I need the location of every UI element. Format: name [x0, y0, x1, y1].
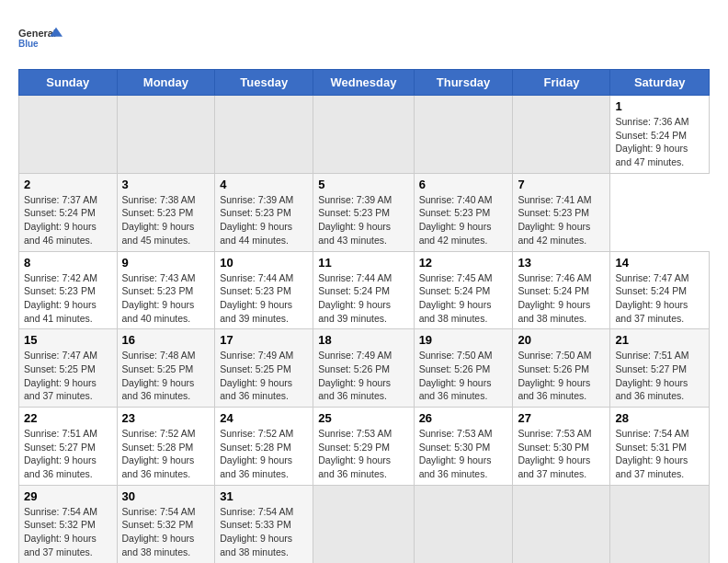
calendar-cell: 27 Sunrise: 7:53 AMSunset: 5:30 PMDaylig…	[513, 408, 610, 486]
day-number: 28	[615, 411, 704, 425]
calendar-cell	[215, 96, 313, 174]
day-number: 3	[122, 178, 210, 191]
day-number: 9	[122, 256, 210, 270]
calendar-cell: 14 Sunrise: 7:47 AMSunset: 5:24 PMDaylig…	[610, 251, 710, 329]
day-info: Sunrise: 7:53 AMSunset: 5:30 PMDaylight:…	[518, 427, 605, 481]
day-number: 4	[220, 178, 308, 191]
day-number: 25	[318, 411, 408, 425]
calendar-cell: 11 Sunrise: 7:44 AMSunset: 5:24 PMDaylig…	[313, 251, 414, 329]
day-number: 20	[518, 333, 605, 347]
day-info: Sunrise: 7:44 AMSunset: 5:24 PMDaylight:…	[318, 271, 408, 326]
day-number: 29	[24, 489, 112, 503]
day-info: Sunrise: 7:54 AMSunset: 5:32 PMDaylight:…	[122, 505, 210, 559]
day-number: 30	[122, 489, 210, 503]
calendar-cell: 29 Sunrise: 7:54 AMSunset: 5:32 PMDaylig…	[19, 485, 118, 563]
calendar-cell: 28 Sunrise: 7:54 AMSunset: 5:31 PMDaylig…	[610, 408, 710, 486]
calendar-cell	[313, 485, 414, 563]
day-info: Sunrise: 7:52 AMSunset: 5:28 PMDaylight:…	[122, 427, 210, 481]
day-info: Sunrise: 7:53 AMSunset: 5:30 PMDaylight:…	[419, 427, 508, 481]
calendar-cell: 13 Sunrise: 7:46 AMSunset: 5:24 PMDaylig…	[513, 251, 610, 329]
calendar-cell: 23 Sunrise: 7:52 AMSunset: 5:28 PMDaylig…	[117, 408, 215, 486]
day-header-saturday: Saturday	[610, 70, 710, 96]
day-info: Sunrise: 7:50 AMSunset: 5:26 PMDaylight:…	[419, 349, 508, 403]
day-number: 22	[24, 411, 112, 425]
calendar-cell	[513, 485, 610, 563]
day-number: 1	[615, 99, 704, 113]
day-info: Sunrise: 7:47 AMSunset: 5:25 PMDaylight:…	[24, 349, 112, 403]
day-info: Sunrise: 7:46 AMSunset: 5:24 PMDaylight:…	[518, 271, 605, 326]
day-number: 23	[122, 411, 210, 425]
logo: General Blue	[18, 18, 64, 60]
day-number: 24	[220, 411, 308, 425]
day-number: 26	[419, 411, 508, 425]
svg-text:Blue: Blue	[18, 39, 39, 49]
calendar-cell: 22 Sunrise: 7:51 AMSunset: 5:27 PMDaylig…	[19, 408, 118, 486]
day-number: 19	[419, 333, 508, 347]
day-info: Sunrise: 7:42 AMSunset: 5:23 PMDaylight:…	[24, 271, 112, 326]
day-number: 11	[318, 256, 408, 270]
calendar-cell: 16 Sunrise: 7:48 AMSunset: 5:25 PMDaylig…	[117, 329, 215, 408]
day-info: Sunrise: 7:54 AMSunset: 5:33 PMDaylight:…	[220, 505, 308, 559]
calendar-cell: 24 Sunrise: 7:52 AMSunset: 5:28 PMDaylig…	[215, 408, 313, 486]
calendar-cell: 5 Sunrise: 7:39 AMSunset: 5:23 PMDayligh…	[313, 173, 414, 251]
day-number: 14	[615, 256, 704, 270]
calendar-cell: 7 Sunrise: 7:41 AMSunset: 5:23 PMDayligh…	[513, 173, 610, 251]
day-header-wednesday: Wednesday	[313, 70, 414, 96]
day-info: Sunrise: 7:49 AMSunset: 5:25 PMDaylight:…	[220, 349, 308, 403]
calendar-cell: 3 Sunrise: 7:38 AMSunset: 5:23 PMDayligh…	[117, 173, 215, 251]
day-number: 13	[518, 256, 605, 270]
calendar-table: SundayMondayTuesdayWednesdayThursdayFrid…	[18, 69, 710, 563]
calendar-cell: 8 Sunrise: 7:42 AMSunset: 5:23 PMDayligh…	[19, 251, 118, 329]
day-number: 16	[122, 333, 210, 347]
day-header-sunday: Sunday	[19, 70, 118, 96]
day-header-friday: Friday	[513, 70, 610, 96]
day-number: 10	[220, 256, 308, 270]
calendar-week-0: 1 Sunrise: 7:36 AMSunset: 5:24 PMDayligh…	[19, 96, 710, 174]
calendar-cell: 25 Sunrise: 7:53 AMSunset: 5:29 PMDaylig…	[313, 408, 414, 486]
day-info: Sunrise: 7:49 AMSunset: 5:26 PMDaylight:…	[318, 349, 408, 403]
day-header-monday: Monday	[117, 70, 215, 96]
day-info: Sunrise: 7:48 AMSunset: 5:25 PMDaylight:…	[122, 349, 210, 403]
calendar-week-2: 8 Sunrise: 7:42 AMSunset: 5:23 PMDayligh…	[19, 251, 710, 329]
day-number: 8	[24, 256, 112, 270]
day-info: Sunrise: 7:40 AMSunset: 5:23 PMDaylight:…	[419, 193, 508, 247]
day-header-tuesday: Tuesday	[215, 70, 313, 96]
day-number: 12	[419, 256, 508, 270]
calendar-cell: 15 Sunrise: 7:47 AMSunset: 5:25 PMDaylig…	[19, 329, 118, 408]
calendar-cell: 12 Sunrise: 7:45 AMSunset: 5:24 PMDaylig…	[414, 251, 513, 329]
day-info: Sunrise: 7:51 AMSunset: 5:27 PMDaylight:…	[615, 349, 704, 403]
calendar-cell: 26 Sunrise: 7:53 AMSunset: 5:30 PMDaylig…	[414, 408, 513, 486]
calendar-cell: 9 Sunrise: 7:43 AMSunset: 5:23 PMDayligh…	[117, 251, 215, 329]
calendar-cell: 2 Sunrise: 7:37 AMSunset: 5:24 PMDayligh…	[19, 173, 118, 251]
calendar-cell: 10 Sunrise: 7:44 AMSunset: 5:23 PMDaylig…	[215, 251, 313, 329]
day-info: Sunrise: 7:38 AMSunset: 5:23 PMDaylight:…	[122, 193, 210, 247]
calendar-cell	[117, 96, 215, 174]
day-number: 5	[318, 178, 408, 191]
calendar-week-5: 29 Sunrise: 7:54 AMSunset: 5:32 PMDaylig…	[19, 485, 710, 563]
day-number: 18	[318, 333, 408, 347]
day-info: Sunrise: 7:41 AMSunset: 5:23 PMDaylight:…	[518, 193, 605, 247]
day-info: Sunrise: 7:54 AMSunset: 5:32 PMDaylight:…	[24, 505, 112, 559]
day-number: 7	[518, 178, 605, 191]
day-info: Sunrise: 7:44 AMSunset: 5:23 PMDaylight:…	[220, 271, 308, 326]
calendar-cell: 20 Sunrise: 7:50 AMSunset: 5:26 PMDaylig…	[513, 329, 610, 408]
calendar-week-1: 2 Sunrise: 7:37 AMSunset: 5:24 PMDayligh…	[19, 173, 710, 251]
header-row: SundayMondayTuesdayWednesdayThursdayFrid…	[19, 70, 710, 96]
day-number: 17	[220, 333, 308, 347]
day-info: Sunrise: 7:43 AMSunset: 5:23 PMDaylight:…	[122, 271, 210, 326]
svg-text:General: General	[18, 28, 56, 39]
calendar-cell	[610, 485, 710, 563]
day-number: 31	[220, 489, 308, 503]
calendar-cell	[513, 96, 610, 174]
day-info: Sunrise: 7:39 AMSunset: 5:23 PMDaylight:…	[220, 193, 308, 247]
day-info: Sunrise: 7:53 AMSunset: 5:29 PMDaylight:…	[318, 427, 408, 481]
calendar-cell: 21 Sunrise: 7:51 AMSunset: 5:27 PMDaylig…	[610, 329, 710, 408]
day-number: 6	[419, 178, 508, 191]
day-info: Sunrise: 7:37 AMSunset: 5:24 PMDaylight:…	[24, 193, 112, 247]
day-number: 27	[518, 411, 605, 425]
calendar-week-4: 22 Sunrise: 7:51 AMSunset: 5:27 PMDaylig…	[19, 408, 710, 486]
calendar-cell	[414, 485, 513, 563]
day-info: Sunrise: 7:50 AMSunset: 5:26 PMDaylight:…	[518, 349, 605, 403]
day-number: 21	[615, 333, 704, 347]
day-header-thursday: Thursday	[414, 70, 513, 96]
